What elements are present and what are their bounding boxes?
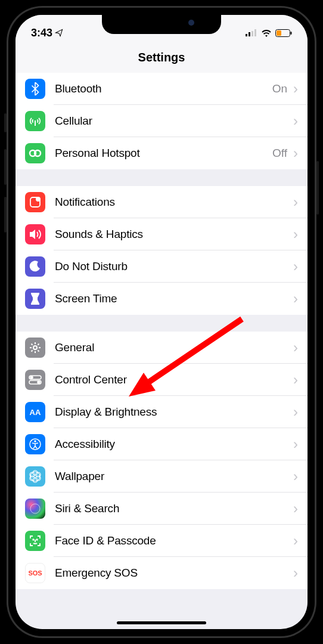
svg-point-12 [33,346,37,349]
header: Settings [15,44,308,73]
row-accessibility[interactable]: Accessibility › [15,428,308,460]
svg-rect-1 [249,32,250,36]
row-wallpaper[interactable]: Wallpaper › [15,460,308,493]
chevron-right-icon: › [293,373,298,387]
volume-down-button [4,197,7,233]
phone-frame: 3:43 [7,6,316,638]
location-icon [55,29,63,37]
row-label: Wallpaper [55,470,293,483]
dnd-icon [25,256,45,277]
chevron-right-icon: › [293,227,298,242]
row-display[interactable]: AA Display & Brightness › [15,396,308,428]
svg-rect-0 [246,34,247,36]
power-button [316,161,319,215]
svg-text:SOS: SOS [28,569,42,577]
svg-point-29 [36,539,38,540]
row-sos[interactable]: SOS Emergency SOS › [15,557,308,589]
silent-switch [4,113,7,132]
chevron-right-icon: › [293,405,298,419]
row-siri[interactable]: Siri & Search › [15,493,308,525]
controlcenter-icon [25,370,45,390]
settings-group: General › Control Center › AA Dis [15,332,308,589]
siri-icon [25,499,45,519]
chevron-right-icon: › [293,82,298,96]
row-label: Notifications [55,196,293,209]
chevron-right-icon: › [293,292,298,306]
row-label: Cellular [55,114,293,128]
chevron-right-icon: › [293,437,298,451]
svg-rect-3 [254,29,256,36]
svg-point-27 [30,504,40,513]
chevron-right-icon: › [293,114,298,128]
row-sounds[interactable]: Sounds & Haptics › [15,218,308,250]
svg-rect-2 [251,31,253,36]
cellular-icon [25,111,45,131]
svg-point-20 [30,472,40,481]
hotspot-icon [25,143,45,163]
row-label: Screen Time [55,292,293,305]
settings-group: Bluetooth On › Cellular › [15,73,308,169]
row-hotspot[interactable]: Personal Hotspot Off › [15,137,308,169]
notifications-icon [25,192,45,212]
chevron-right-icon: › [293,566,298,580]
svg-text:AA: AA [30,408,41,417]
row-bluetooth[interactable]: Bluetooth On › [15,73,308,105]
battery-icon [275,29,292,37]
row-label: Bluetooth [55,82,272,95]
svg-point-16 [38,381,40,383]
row-label: Emergency SOS [55,566,293,580]
row-screentime[interactable]: Screen Time › [15,283,308,315]
sounds-icon [25,224,45,244]
settings-list: Bluetooth On › Cellular › [15,73,308,589]
row-cellular[interactable]: Cellular › [15,105,308,137]
volume-up-button [4,149,7,185]
row-controlcenter[interactable]: Control Center › [15,364,308,396]
row-label: Siri & Search [55,502,293,515]
row-label: Control Center [55,373,293,386]
wallpaper-icon [25,466,45,487]
page-title: Settings [15,51,308,64]
chevron-right-icon: › [293,534,298,548]
row-label: General [55,341,293,354]
row-label: Do Not Disturb [55,260,293,273]
display-icon: AA [25,402,45,422]
svg-rect-7 [35,120,36,126]
row-general[interactable]: General › [15,332,308,364]
settings-group: Notifications › Sounds & Haptics › [15,186,308,315]
row-label: Accessibility [55,438,293,451]
chevron-right-icon: › [293,340,298,355]
svg-rect-6 [277,30,281,36]
svg-rect-5 [291,32,292,35]
svg-point-28 [33,539,34,540]
chevron-right-icon: › [293,469,298,484]
status-time: 3:43 [31,27,52,39]
row-label: Personal Hotspot [55,147,272,160]
home-indicator[interactable] [117,621,206,624]
row-label: Display & Brightness [55,405,293,419]
screentime-icon [25,289,45,309]
chevron-right-icon: › [293,146,298,160]
bluetooth-icon [25,79,45,99]
svg-point-11 [36,197,41,202]
row-value: Off [272,147,287,160]
general-icon [25,338,45,358]
screen: 3:43 [15,15,308,629]
chevron-right-icon: › [293,501,298,516]
row-label: Face ID & Passcode [55,534,293,547]
signal-icon [246,29,257,36]
row-value: On [272,82,287,95]
row-label: Sounds & Haptics [55,228,293,241]
row-dnd[interactable]: Do Not Disturb › [15,250,308,283]
chevron-right-icon: › [293,195,298,209]
svg-point-19 [34,440,36,442]
row-notifications[interactable]: Notifications › [15,186,308,218]
faceid-icon [25,531,45,551]
sos-icon: SOS [25,563,45,583]
wifi-icon [261,29,272,37]
notch [102,15,221,34]
accessibility-icon [25,434,45,454]
row-faceid[interactable]: Face ID & Passcode › [15,525,308,557]
chevron-right-icon: › [293,259,298,274]
svg-point-14 [30,376,33,379]
